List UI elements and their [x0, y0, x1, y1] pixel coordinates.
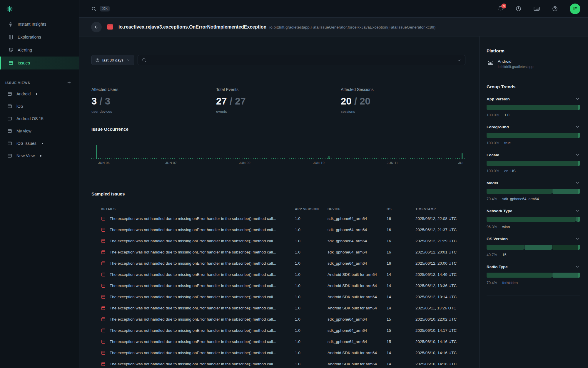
table-row[interactable]: The exception was not handled due to mis… [101, 224, 465, 235]
back-button[interactable] [91, 22, 102, 32]
cell-os: 14 [387, 306, 415, 310]
cell-details: The exception was not handled due to mis… [110, 216, 295, 221]
time-range-dropdown[interactable]: last 30 days [91, 55, 134, 65]
trend-top-value: wlan [502, 225, 510, 229]
sidebar-item-alerting[interactable]: Alerting [0, 44, 79, 57]
cell-os: 15 [387, 317, 415, 321]
cell-app-version: 1.0 [295, 261, 328, 266]
sidebar-view-new-view[interactable]: New View [0, 150, 79, 162]
cell-details: The exception was not handled due to mis… [110, 228, 295, 232]
sidebar-item-issues[interactable]: Issues [0, 57, 79, 69]
trend-group-stats: 70.4%forbidden [487, 281, 580, 285]
history-button[interactable] [515, 6, 522, 12]
notifications-button[interactable]: 3 [497, 6, 504, 12]
table-row[interactable]: The exception was not handled due to mis… [101, 314, 465, 325]
trend-group-header[interactable]: Network Type [487, 208, 580, 213]
trend-segment [487, 189, 552, 194]
trend-group-label: Network Type [487, 209, 512, 213]
cell-details: The exception was not handled due to mis… [110, 250, 295, 254]
chevron-down-icon [575, 152, 580, 157]
trend-group-header[interactable]: Radio Type [487, 264, 580, 269]
trend-group-header[interactable]: Foreground [487, 125, 580, 129]
trend-distribution-bar [487, 133, 580, 138]
stat-count: 3 [91, 96, 97, 107]
platform-info: Android io.bitdrift.gradletestapp [487, 59, 580, 69]
issue-search-input[interactable] [149, 58, 454, 62]
shortcuts-button[interactable] [533, 5, 540, 12]
trend-percent: 70.4% [487, 197, 497, 201]
sidebar-view-ios[interactable]: iOS [0, 100, 79, 112]
user-avatar[interactable]: IF [570, 4, 580, 14]
sidebar-view-ios-issues[interactable]: iOS Issues [0, 137, 79, 150]
arrow-left-icon [94, 24, 99, 30]
trend-group-stats: 100.0%true [487, 141, 580, 145]
sampled-issues-section: Sampled Issues DETAILSAPP VERSIONDEVICEO… [79, 180, 479, 368]
table-row[interactable]: The exception was not handled due to mis… [101, 347, 465, 358]
cell-app-version: 1.0 [295, 306, 328, 310]
cell-timestamp: 2025/06/11, 13:26 UTC [415, 306, 465, 310]
table-row[interactable]: The exception was not handled due to mis… [101, 258, 465, 269]
sidebar-view-my-view[interactable]: My view [0, 125, 79, 137]
table-row[interactable]: The exception was not handled due to mis… [101, 269, 465, 280]
sidebar-item-instant-insights[interactable]: Instant Insights [0, 18, 79, 31]
cell-os: 16 [387, 250, 415, 254]
add-view-button[interactable] [67, 80, 71, 85]
platform-section: Platform Android io.bitdrift.gradletesta… [487, 48, 580, 69]
fatal-issue-icon [106, 23, 114, 31]
table-row[interactable]: The exception was not handled due to mis… [101, 246, 465, 258]
filter-row: last 30 days [91, 55, 465, 65]
stat-total: / 27 [227, 96, 246, 107]
trend-group-locale: Locale100.0%en_US [487, 152, 580, 173]
stat-affected-sessions: Affected Sessions20 / 20sessions [341, 87, 465, 114]
trend-group-stats: 100.0%1.0 [487, 113, 580, 117]
issue-report-icon [101, 328, 110, 333]
trend-group-label: Model [487, 181, 498, 185]
brand-logo-icon[interactable] [6, 5, 13, 13]
trend-group-header[interactable]: Model [487, 180, 580, 185]
notification-count-badge: 3 [501, 4, 506, 9]
table-row[interactable]: The exception was not handled due to mis… [101, 235, 465, 246]
trend-group-network-type: Network Type96.3%wlan [487, 208, 580, 229]
trend-group-header[interactable]: OS Version [487, 236, 580, 241]
help-button[interactable] [552, 6, 558, 12]
issue-filter-search [138, 55, 465, 65]
chevron-down-icon[interactable] [457, 58, 461, 62]
group-trends-section: Group Trends App Version100.0%1.0Foregro… [487, 84, 580, 285]
chevron-down-icon [575, 236, 580, 241]
table-row[interactable]: The exception was not handled due to mis… [101, 336, 465, 347]
book-icon [8, 34, 14, 40]
column-header-device: DEVICE [328, 207, 387, 211]
issue-report-icon [101, 339, 110, 344]
time-range-label: last 30 days [102, 58, 123, 62]
table-row[interactable]: The exception was not handled due to mis… [101, 358, 465, 368]
trend-group-header[interactable]: App Version [487, 97, 580, 101]
cell-timestamp: 2025/06/12, 22:08 UTC [415, 216, 465, 221]
details-panel: Platform Android io.bitdrift.gradletesta… [479, 37, 588, 368]
trend-segment [576, 217, 580, 222]
unread-dot [36, 93, 37, 95]
sidebar-view-android-os-15[interactable]: Android OS 15 [0, 112, 79, 125]
global-search-trigger[interactable]: ⌘K [91, 6, 110, 11]
trend-segment [487, 161, 580, 166]
sidebar-item-explorations[interactable]: Explorations [0, 31, 79, 44]
cell-device: sdk_gphone64_arm64 [328, 339, 387, 344]
trend-group-header[interactable]: Locale [487, 152, 580, 157]
issue-views-list: AndroidiOSAndroid OS 15My viewiOS Issues… [0, 88, 79, 162]
table-row[interactable]: The exception was not handled due to mis… [101, 325, 465, 336]
table-row[interactable]: The exception was not handled due to mis… [101, 213, 465, 224]
cell-details: The exception was not handled due to mis… [110, 239, 295, 243]
cell-device: sdk_gphone64_arm64 [328, 317, 387, 321]
issue-subtitle: io.bitdrift.gradletestapp.FatalIssueGene… [269, 25, 435, 29]
table-row[interactable]: The exception was not handled due to mis… [101, 280, 465, 291]
table-row[interactable]: The exception was not handled due to mis… [101, 291, 465, 302]
platform-os-name: Android [498, 59, 533, 64]
content-area: last 30 days [79, 37, 588, 368]
table-row[interactable]: The exception was not handled due to mis… [101, 302, 465, 314]
stat-label: Affected Sessions [341, 87, 465, 92]
group-trends-list: App Version100.0%1.0Foreground100.0%true… [487, 97, 580, 285]
window-icon [7, 116, 12, 121]
cell-timestamp: 2025/06/10, 22:02 UTC [415, 317, 465, 321]
sidebar-view-android[interactable]: Android [0, 88, 79, 100]
trend-segment [524, 245, 552, 250]
issue-report-icon [101, 317, 110, 322]
